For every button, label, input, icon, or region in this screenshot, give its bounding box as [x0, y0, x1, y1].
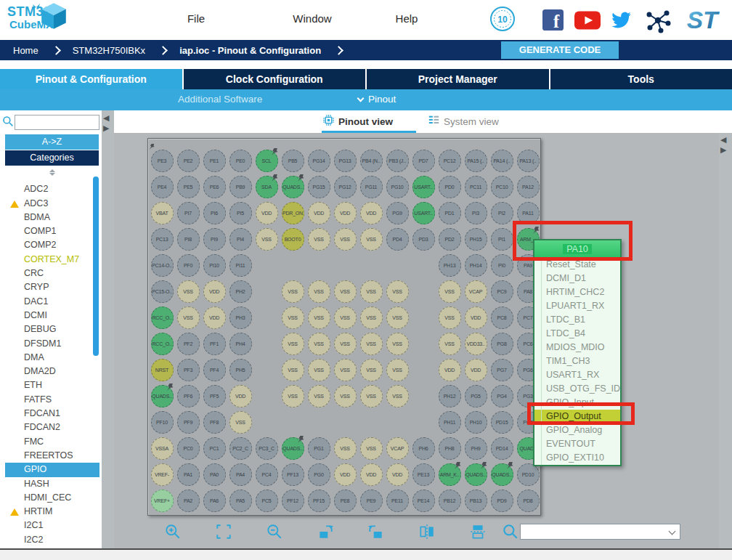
additional-software-link[interactable]: Additional Software [178, 94, 262, 105]
sidebar-item-adc2[interactable]: ADC2 [5, 182, 99, 196]
chip-pin-pg4[interactable]: PG4 [491, 385, 513, 407]
chip-pin-vss[interactable]: VSS [256, 228, 278, 251]
chip-pin-pf5[interactable]: PF5 [203, 385, 226, 407]
chip-pin-vss[interactable]: VSS [386, 359, 409, 381]
chip-pin-pc9[interactable]: PC9 [491, 280, 513, 303]
chip-pin-pd9[interactable]: PD9 [491, 490, 513, 512]
sidebar-item-fdcan1[interactable]: FDCAN1 [5, 407, 99, 421]
chip-pin-ph3[interactable]: PH3 [229, 307, 252, 329]
chip-pin-pb4-n[interactable]: PB4 (N.. [360, 150, 383, 172]
chip-pin-pf13[interactable]: PF13 [282, 463, 304, 486]
expand-right-icon[interactable]: ▶ [103, 124, 109, 132]
chip-pin-vdd[interactable]: VDD [308, 202, 330, 224]
sidebar-item-comp1[interactable]: COMP1 [5, 224, 99, 238]
chip-pin-vss[interactable]: VSS [386, 307, 409, 329]
chip-pin-pi5[interactable]: PI5 [229, 202, 252, 224]
collapse-left-icon[interactable]: ◀ [720, 136, 726, 144]
chip-pin-vss[interactable]: VSS [360, 228, 383, 251]
tab-tools[interactable]: Tools [550, 69, 732, 89]
flip-horizontal-icon[interactable] [418, 523, 436, 540]
chip-pin-pg7[interactable]: PG7 [491, 359, 513, 381]
chip-pin-pd15[interactable]: PD15 [491, 411, 513, 434]
chip-pin-vbat[interactable]: VBAT [151, 202, 174, 224]
context-menu-item-dcmi-d1[interactable]: DCMI_D1 [534, 272, 620, 285]
chip-pin-pf12[interactable]: PF12 [282, 490, 304, 512]
chip-pin-pe2[interactable]: PE2 [177, 150, 200, 172]
chip-pin-pg15[interactable]: PG15 [308, 176, 330, 198]
context-menu-item-ltdc-b1[interactable]: LTDC_B1 [534, 313, 620, 327]
chip-pin-vss[interactable]: VSS [334, 280, 357, 303]
sidebar-item-crc[interactable]: CRC [5, 267, 99, 280]
chip-pin-ph14[interactable]: PH14 [465, 254, 487, 277]
chip-pin-vss[interactable]: VSS [439, 333, 461, 355]
chip-pin-vss[interactable]: VSS [308, 333, 330, 355]
chip-pin-vss[interactable]: VSS [282, 280, 304, 303]
chip-pin-vss[interactable]: VSS [334, 385, 357, 407]
chip-pin-pb12[interactable]: PB12 [439, 490, 461, 512]
chip-pin-pd3[interactable]: PD3 [412, 228, 435, 251]
chip-pin-quads[interactable]: QUADS.. [282, 437, 304, 460]
sidebar-item-comp2[interactable]: COMP2 [5, 238, 99, 252]
sidebar-item-hash[interactable]: HASH [5, 477, 99, 491]
chip-pin-pc3-c[interactable]: PC3_C [256, 437, 278, 460]
chip-pin-pa0[interactable]: PA0 [203, 463, 226, 486]
chip-pin-pe13[interactable]: PE13 [412, 463, 435, 486]
context-menu-item-gpio-exti10[interactable]: GPIO_EXTI10 [534, 451, 620, 465]
chip-pin-vdd[interactable]: VDD [360, 202, 383, 224]
chip-pin-vss[interactable]: VSS [334, 437, 357, 460]
sidebar-item-dac1[interactable]: DAC1 [5, 295, 99, 309]
chip-pin-vcap[interactable]: VCAP [386, 437, 409, 460]
chip-pin-pa15[interactable]: PA15 (.. [465, 150, 487, 172]
chip-pin-pg0[interactable]: PG0 [308, 463, 330, 486]
sidebar-item-freertos[interactable]: FREERTOS [5, 449, 99, 463]
chip-pin-pc14-o[interactable]: PC14-O.. [151, 254, 174, 277]
sidebar-item-i2c2[interactable]: I2C2 [5, 533, 99, 547]
chip-pin-pf0[interactable]: PF0 [177, 254, 200, 277]
chip-pin-vss[interactable]: VSS [386, 333, 409, 355]
sidebar-item-debug[interactable]: DEBUG [5, 322, 99, 336]
chip-pin-pc15-o[interactable]: PC15-O.. [151, 280, 174, 303]
chip-pin-pe4[interactable]: PE4 [151, 176, 174, 198]
chip-pin-pd14[interactable]: PD14 [491, 437, 513, 460]
chip-pin-ph15[interactable]: PH15 [465, 228, 487, 251]
chip-pin-pd1[interactable]: PD1 [439, 202, 461, 224]
chip-pin-ph12[interactable]: PH12 [439, 385, 461, 407]
tab-system-view[interactable]: System view [428, 115, 499, 128]
chip-pin-pe9[interactable]: PE9 [360, 490, 383, 512]
chip-pin-vss[interactable]: VSS [334, 228, 357, 251]
chip-pin-ph5[interactable]: PH5 [229, 359, 252, 381]
chip-pin-vdd[interactable]: VDD [439, 359, 461, 381]
tab-clock-configuration[interactable]: Clock Configuration [184, 69, 366, 89]
pinout-dropdown[interactable]: Pinout [358, 94, 396, 105]
chip-pin-vdd[interactable]: VDD [203, 280, 226, 303]
chip-pin-pd2[interactable]: PD2 [439, 228, 461, 251]
sidebar-item-fmc[interactable]: FMC [5, 435, 99, 449]
chip-pin-vss[interactable]: VSS [360, 385, 383, 407]
chip-pin-pe11[interactable]: PE11 [386, 490, 409, 512]
sidebar-item-hrtim[interactable]: HRTIM [5, 505, 99, 519]
context-menu-item-lpuart1-rx[interactable]: LPUART1_RX [534, 299, 620, 313]
sidebar-item-cortex-m7[interactable]: CORTEX_M7 [5, 253, 99, 267]
sidebar-item-adc3[interactable]: ADC3 [5, 197, 99, 211]
sidebar-item-eth[interactable]: ETH [5, 378, 99, 392]
chip-pin-pf6[interactable]: PF6 [177, 385, 200, 407]
chip-pin-pg13[interactable]: PG13 [334, 150, 357, 172]
chip-pin-pb13[interactable]: PB13 [465, 490, 487, 512]
chip-pin-vss[interactable]: VSS [360, 307, 383, 329]
chip-pin-pi7[interactable]: PI7 [177, 202, 200, 224]
pin-search-combobox[interactable] [520, 524, 680, 540]
chip-pin-pi0[interactable]: PI0 [491, 254, 513, 277]
chip-pin-vdd[interactable]: VDD [256, 202, 278, 224]
chip-pin-pe8[interactable]: PE8 [334, 490, 357, 512]
tab-pinout-view[interactable]: Pinout view [323, 115, 393, 128]
chip-pin-pf2[interactable]: PF2 [177, 333, 200, 355]
chip-pin-vss[interactable]: VSS [334, 333, 357, 355]
chip-pin-pd10[interactable]: PD10 [517, 463, 540, 486]
chip-pin-pi4[interactable]: PI4 [229, 228, 252, 251]
chip-pin-vref[interactable]: VREF+ [151, 490, 174, 512]
chip-pin-vss[interactable]: VSS [439, 280, 461, 303]
chip-pin-pc1[interactable]: PC1 [203, 437, 226, 460]
sidebar-item-fatfs[interactable]: FATFS [5, 393, 99, 407]
chip-pin-pf9[interactable]: PF9 [177, 411, 200, 434]
context-menu-item-reset-state[interactable]: Reset_State [534, 258, 620, 272]
